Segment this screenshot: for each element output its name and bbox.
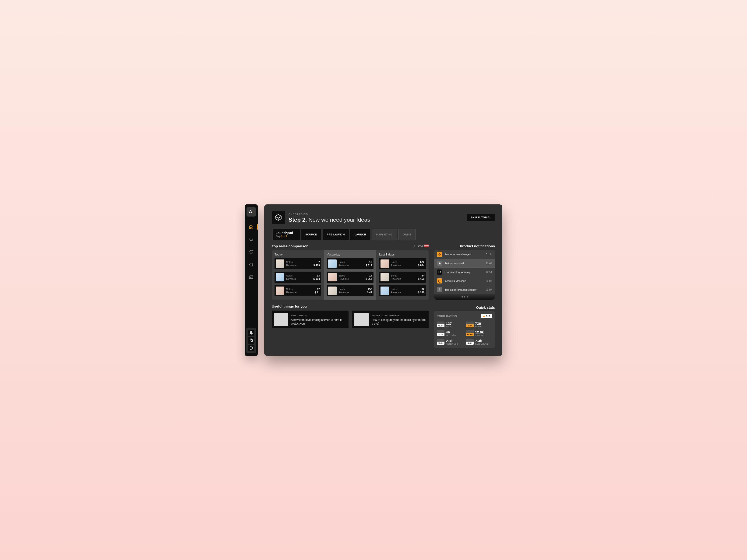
notification-time: 5 min xyxy=(486,253,492,256)
nav-inbox[interactable] xyxy=(244,273,258,282)
revenue-label: Revenue xyxy=(286,291,313,294)
product-thumb xyxy=(381,273,389,282)
nav-logout[interactable] xyxy=(248,345,254,351)
useful-text: How to configure your feedback system li… xyxy=(371,318,426,325)
inbox-icon xyxy=(249,275,254,279)
sales-label: Sales xyxy=(391,288,415,291)
product-card[interactable]: Sales672Revenue$ 864 xyxy=(379,258,426,269)
sidebar: A. xyxy=(244,205,258,356)
notification-text: Incoming Message xyxy=(444,279,483,282)
notification-text: Low inventory warning xyxy=(444,271,483,273)
nav-search[interactable] xyxy=(244,235,258,244)
product-card[interactable]: Sales156Revenue$ 42 xyxy=(327,285,374,296)
stat-chip: -1.4% xyxy=(466,339,474,345)
revenue-value: $ 258 xyxy=(418,291,424,294)
revenue-value: $ 104 xyxy=(313,277,320,280)
revenue-value: $ 483 xyxy=(313,264,320,267)
tab-launch[interactable]: LAUNCH xyxy=(351,229,370,240)
revenue-label: Revenue xyxy=(391,264,415,267)
sales-value: 672 xyxy=(418,261,424,263)
notification-item[interactable]: ⬡Low inventory warning12:54 xyxy=(434,268,495,276)
stat-chip: +0.7% xyxy=(466,322,474,327)
logout-icon xyxy=(249,346,254,350)
heart-icon xyxy=(249,250,254,254)
product-card[interactable]: Sales67Revenue$ 21 xyxy=(275,285,321,296)
sales-label: Sales xyxy=(391,261,415,263)
product-card[interactable]: Sales13Revenue$ 104 xyxy=(275,272,321,283)
stat-item: +0.7%736Stocks xyxy=(466,322,492,328)
useful-card[interactable]: VIDEO GUIDEA new item-level tracing serv… xyxy=(272,311,349,328)
tab-source[interactable]: SOURCE xyxy=(301,229,321,240)
nav-favorites[interactable] xyxy=(244,248,258,256)
nav-home[interactable] xyxy=(244,222,258,231)
product-card[interactable]: Sales44Revenue$ 458 xyxy=(379,272,426,283)
useful-text: A new item-level tracing service is here… xyxy=(291,318,346,325)
sales-column-title: Last 7 days xyxy=(379,253,426,256)
svg-point-1 xyxy=(250,263,253,266)
product-thumb xyxy=(381,287,389,295)
sales-value: 44 xyxy=(418,274,424,277)
product-thumb xyxy=(276,287,284,295)
box-icon xyxy=(274,213,282,221)
skip-tutorial-button[interactable]: SKIP TUTORIAL xyxy=(467,214,495,221)
stat-percent: +7.2% xyxy=(437,342,444,345)
stat-percent: +0.7% xyxy=(466,324,474,327)
stat-label: PPC Sales xyxy=(446,334,456,337)
country-selector[interactable]: Austria xyxy=(414,244,429,248)
notification-icon: ◈ xyxy=(437,261,442,266)
revenue-value: $ 21 xyxy=(315,291,320,294)
product-thumb xyxy=(381,260,389,268)
revenue-label: Revenue xyxy=(338,291,365,294)
sales-label: Sales xyxy=(391,274,415,277)
crosshair-icon xyxy=(249,262,254,267)
stat-percent: +0.6% xyxy=(466,333,474,336)
product-card[interactable]: Sales14Revenue$ 264 xyxy=(327,272,374,283)
revenue-value: $ 42 xyxy=(367,291,372,294)
stat-chip: -0.3% xyxy=(437,330,444,336)
notification-item[interactable]: ◷Item rank was changed5 min xyxy=(434,250,495,259)
flag-austria-icon xyxy=(424,244,429,247)
notification-item[interactable]: ⠿Item sales inreased recently20.07 xyxy=(434,285,495,294)
quickstats-title: Quick stats xyxy=(434,305,495,310)
useful-kicker: VIDEO GUIDE xyxy=(291,314,307,317)
useful-section-title: Useful things for you xyxy=(272,304,429,308)
notification-item[interactable]: ◈An item was sold13:42 xyxy=(434,259,495,268)
sales-value: 13 xyxy=(313,274,320,277)
notification-item[interactable]: ◯Incoming Message20.07 xyxy=(434,276,495,285)
stat-item: -1.4%7.3kSales Volume xyxy=(466,339,492,345)
stat-label: Revenue xyxy=(475,334,484,337)
revenue-label: Revenue xyxy=(338,264,363,267)
tab-orbit: ORBIT xyxy=(398,229,416,240)
revenue-value: $ 458 xyxy=(418,277,424,280)
app-logo[interactable]: A. xyxy=(247,207,256,216)
sales-column-title: Today xyxy=(275,253,321,256)
revenue-label: Revenue xyxy=(391,277,415,280)
sidebar-bottom-group xyxy=(246,328,256,353)
onboarding-kicker: ONBOARDING xyxy=(288,213,308,216)
stat-label: Profit in USD xyxy=(446,343,458,345)
product-card[interactable]: Sales62Revenue$ 258 xyxy=(379,285,426,296)
product-thumb xyxy=(328,260,337,268)
sales-column-title: Yesterday xyxy=(327,253,374,256)
product-card[interactable]: Sales7Revenue$ 483 xyxy=(275,258,321,269)
revenue-label: Revenue xyxy=(391,291,415,294)
nav-target[interactable] xyxy=(244,260,258,269)
stat-value: 736 xyxy=(475,322,481,325)
product-card[interactable]: Sales15Revenue$ 312 xyxy=(327,258,374,269)
notification-text: Item rank was changed xyxy=(444,253,484,256)
stat-percent: -0.3% xyxy=(437,333,444,336)
launchpad-tabs: Launchpad Step 2 of 5 SOURCEPRE-LAUNCHLA… xyxy=(272,229,495,240)
stat-value: 49 xyxy=(446,330,456,334)
stat-label: Stocks xyxy=(475,325,481,328)
sales-value: 156 xyxy=(367,288,372,291)
notification-pager[interactable] xyxy=(434,294,495,300)
stat-label: Sales Volume xyxy=(475,343,488,345)
sales-label: Sales xyxy=(286,288,313,291)
sales-label: Sales xyxy=(286,274,311,277)
sales-column-1: YesterdaySales15Revenue$ 312Sales14Reven… xyxy=(324,250,376,300)
nav-alerts[interactable] xyxy=(248,330,254,336)
useful-card[interactable]: INTERACTIVE TUTORIALHow to configure you… xyxy=(352,311,429,328)
nav-settings[interactable] xyxy=(248,337,254,344)
tab-pre-launch[interactable]: PRE-LAUNCH xyxy=(323,229,349,240)
notification-list: ◷Item rank was changed5 min◈An item was … xyxy=(434,250,495,300)
